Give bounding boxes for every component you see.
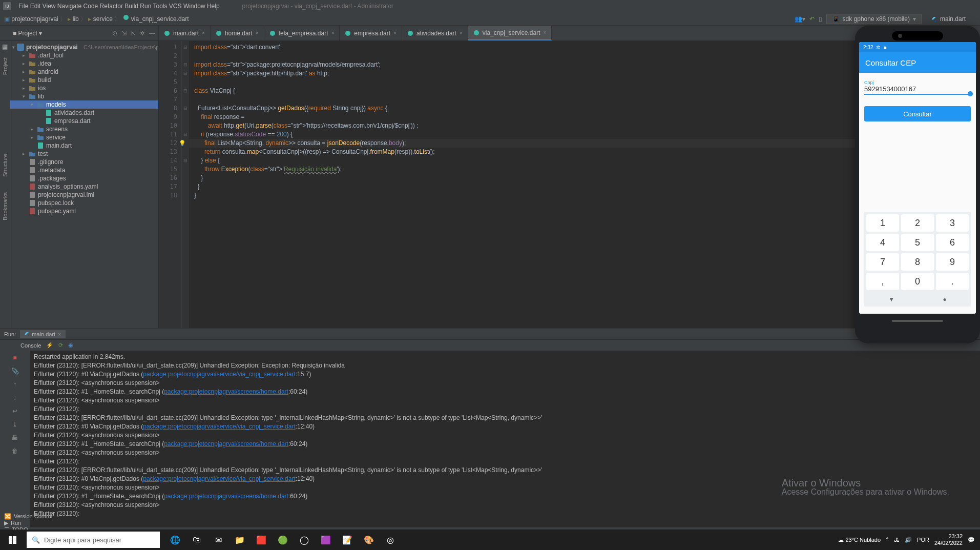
app-notes[interactable]: 📝 <box>337 529 358 550</box>
menu-refactor[interactable]: Refactor <box>100 3 123 10</box>
attach-icon[interactable]: 📎 <box>10 366 20 376</box>
tree-item[interactable]: ▸ screens <box>10 125 158 133</box>
app-spotify[interactable]: 🟢 <box>273 529 293 550</box>
app-store[interactable]: 🛍 <box>186 529 207 550</box>
stack-trace-link[interactable]: package:projetocnpjagrvai/screens/home.d… <box>164 493 288 500</box>
nav-down-icon[interactable]: ▼ <box>888 296 894 303</box>
stack-trace-link[interactable]: package:projetocnpjagrvai/service/via_cn… <box>143 423 296 430</box>
project-side-tab[interactable]: Project <box>2 57 8 75</box>
tree-item[interactable]: atividades.dart <box>10 109 158 117</box>
stack-trace-link[interactable]: package:projetocnpjagrvai/screens/home.d… <box>164 440 288 447</box>
numpad-key[interactable]: 1 <box>866 214 899 232</box>
tree-item[interactable]: ▾ models <box>10 100 158 109</box>
close-icon[interactable]: × <box>393 30 397 36</box>
menu-file[interactable]: File <box>18 3 28 10</box>
breadcrumb-item[interactable]: lib <box>73 15 79 23</box>
menu-code[interactable]: Code <box>84 3 98 10</box>
fold-gutter[interactable]: ⊟⊟⊟⊟⊟⊟⊟ <box>182 41 189 328</box>
down-icon[interactable]: ↓ <box>10 393 20 403</box>
tree-item[interactable]: .packages <box>10 174 158 182</box>
scroll-end-icon[interactable]: ⤓ <box>10 419 20 430</box>
project-tool-label[interactable]: ■ Project ▾ <box>13 30 42 37</box>
notifications-icon[interactable]: 💬 <box>968 537 975 543</box>
start-button[interactable] <box>0 529 25 550</box>
numpad-key[interactable]: 0 <box>901 273 934 290</box>
app-paint[interactable]: 🎨 <box>359 529 379 550</box>
close-icon[interactable]: × <box>256 30 259 36</box>
consultar-button[interactable]: Consultar <box>864 106 971 121</box>
tree-item[interactable]: ▸ ios <box>10 84 158 92</box>
bookmarks-tab[interactable]: Bookmarks <box>2 192 8 220</box>
app-office[interactable]: 🟥 <box>251 529 272 550</box>
users-icon[interactable]: 👥▾ <box>795 15 805 23</box>
editor-tab[interactable]: tela_empresa.dart× <box>264 26 340 40</box>
tray-language[interactable]: POR <box>917 537 929 543</box>
editor-tab[interactable]: atividades.dart× <box>402 26 468 40</box>
menu-vcs[interactable]: VCS <box>169 3 182 10</box>
up-icon[interactable]: ↑ <box>10 379 20 390</box>
reload-icon[interactable]: ⟳ <box>58 342 63 349</box>
app-mail[interactable]: ✉ <box>208 529 228 550</box>
device-selector[interactable]: 📱 sdk gphone x86 (mobile) ▾ <box>826 14 922 24</box>
menu-tools[interactable]: Tools <box>153 3 167 10</box>
numpad-key[interactable]: 3 <box>936 214 969 232</box>
numpad-key[interactable]: , <box>866 273 899 290</box>
editor-tab[interactable]: home.dart× <box>211 26 264 40</box>
phone-icon[interactable]: ▯ <box>819 15 822 23</box>
editor-tab[interactable]: main.dart× <box>159 26 211 40</box>
numpad-key[interactable]: . <box>936 273 969 290</box>
tree-item[interactable]: ▸ build <box>10 76 158 84</box>
menu-navigate[interactable]: Navigate <box>57 3 81 10</box>
tree-item[interactable]: projetocnpjagrvai.iml <box>10 191 158 199</box>
stack-trace-link[interactable]: package:projetocnpjagrvai/screens/home.d… <box>164 388 288 395</box>
tray-chevron-icon[interactable]: ˄ <box>886 537 889 543</box>
app-other[interactable]: ◎ <box>380 529 401 550</box>
editor-tab[interactable]: via_cnpj_service.dart× <box>468 26 552 40</box>
project-tree[interactable]: ▾ projetocnpjagrvai C:\Users\renan\IdeaP… <box>10 41 159 328</box>
intention-bulb-icon[interactable]: 💡 <box>179 139 186 148</box>
print-icon[interactable]: 🖶 <box>10 433 20 443</box>
stack-trace-link[interactable]: package:projetocnpjagrvai/service/via_cn… <box>143 475 296 482</box>
collapse-all-icon[interactable]: ⇱ <box>131 30 136 37</box>
app-intellij[interactable]: 🟪 <box>316 529 336 550</box>
close-icon[interactable]: × <box>331 30 334 36</box>
nav-mic-icon[interactable]: ● <box>943 296 947 303</box>
taskbar-search[interactable]: 🔍 Digite aqui para pesquisar <box>27 532 160 548</box>
system-tray[interactable]: ☁ 23°C Nublado ˄ 🖧 🔊 POR 23:32 24/02/202… <box>838 533 980 546</box>
project-root[interactable]: projetocnpjagrvai <box>26 44 78 51</box>
structure-tab[interactable]: Structure <box>2 154 8 177</box>
menu-build[interactable]: Build <box>124 3 138 10</box>
tree-item[interactable]: ▸ .idea <box>10 59 158 68</box>
tree-item[interactable]: ▸ service <box>10 133 158 141</box>
tree-item[interactable]: empresa.dart <box>10 117 158 125</box>
settings-icon[interactable]: ✲ <box>140 30 145 37</box>
tray-network-icon[interactable]: 🖧 <box>894 537 900 543</box>
tree-item[interactable]: ▸ android <box>10 68 158 76</box>
home-indicator[interactable] <box>892 320 943 322</box>
stack-trace-link[interactable]: package:projetocnpjagrvai/service/via_cn… <box>143 371 296 378</box>
taskbar-clock[interactable]: 23:32 24/02/2022 <box>934 533 963 546</box>
numpad-key[interactable]: 7 <box>866 253 899 271</box>
close-icon[interactable]: × <box>202 30 205 36</box>
select-opened-icon[interactable]: ⊙ <box>112 30 117 37</box>
back-arrow-icon[interactable]: ↶ <box>809 15 815 23</box>
clear-icon[interactable]: 🗑 <box>10 446 20 456</box>
app-edge[interactable]: 🌐 <box>165 529 185 550</box>
numpad-key[interactable]: 4 <box>866 234 899 251</box>
editor-tab[interactable]: empresa.dart× <box>340 26 402 40</box>
console-tab[interactable]: Console <box>20 342 41 349</box>
run-tab[interactable]: main.dart × <box>20 330 65 338</box>
project-tab-icon[interactable]: ▦ <box>2 43 8 50</box>
open-devtools-icon[interactable]: ◉ <box>68 342 73 349</box>
menu-edit[interactable]: Edit <box>30 3 41 10</box>
expand-all-icon[interactable]: ⇲ <box>121 30 127 37</box>
tree-item[interactable]: main.dart <box>10 141 158 150</box>
numpad-key[interactable]: 6 <box>936 234 969 251</box>
breadcrumb-item[interactable]: projetocnpjagrvai <box>11 15 58 23</box>
breadcrumb-item[interactable]: service <box>93 15 113 23</box>
tree-item[interactable]: .gitignore <box>10 158 158 166</box>
tree-item[interactable]: pubspec.lock <box>10 199 158 207</box>
tray-volume-icon[interactable]: 🔊 <box>905 537 912 543</box>
menu-view[interactable]: View <box>43 3 56 10</box>
weather-widget[interactable]: ☁ 23°C Nublado <box>838 537 881 543</box>
